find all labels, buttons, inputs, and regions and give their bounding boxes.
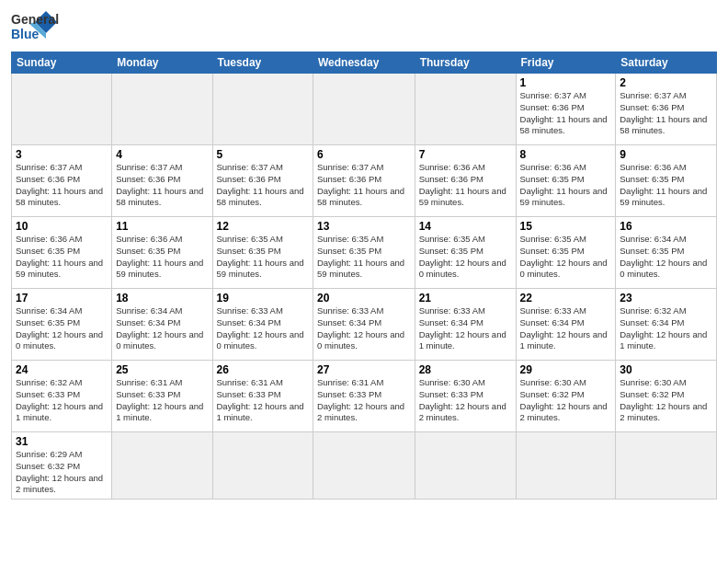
- day-number: 28: [419, 363, 512, 376]
- calendar-cell: 17Sunrise: 6:34 AMSunset: 6:35 PMDayligh…: [12, 289, 112, 361]
- calendar-cell: 22Sunrise: 6:33 AMSunset: 6:34 PMDayligh…: [516, 289, 616, 361]
- col-monday: Monday: [112, 52, 212, 74]
- calendar-cell: [616, 432, 717, 500]
- day-number: 2: [620, 76, 712, 89]
- day-info: Sunrise: 6:32 AMSunset: 6:33 PMDaylight:…: [16, 377, 108, 424]
- calendar-cell: [12, 74, 112, 145]
- day-info: Sunrise: 6:30 AMSunset: 6:32 PMDaylight:…: [520, 377, 612, 424]
- svg-text:General: General: [11, 12, 59, 27]
- calendar-week-row: 3Sunrise: 6:37 AMSunset: 6:36 PMDaylight…: [12, 145, 717, 217]
- day-number: 22: [520, 292, 612, 304]
- header: GeneralBlue: [11, 9, 717, 46]
- calendar-cell: 10Sunrise: 6:36 AMSunset: 6:35 PMDayligh…: [12, 217, 112, 289]
- calendar-cell: 26Sunrise: 6:31 AMSunset: 6:33 PMDayligh…: [212, 361, 313, 432]
- day-number: 27: [317, 363, 411, 376]
- day-number: 17: [16, 292, 108, 304]
- day-info: Sunrise: 6:34 AMSunset: 6:34 PMDaylight:…: [116, 305, 208, 352]
- calendar-cell: 28Sunrise: 6:30 AMSunset: 6:33 PMDayligh…: [415, 361, 516, 432]
- day-info: Sunrise: 6:33 AMSunset: 6:34 PMDaylight:…: [419, 305, 512, 352]
- day-number: 19: [217, 292, 309, 304]
- col-sunday: Sunday: [12, 52, 112, 74]
- day-number: 11: [116, 220, 208, 233]
- calendar-table: Sunday Monday Tuesday Wednesday Thursday…: [11, 52, 717, 500]
- calendar-cell: [415, 74, 516, 145]
- day-info: Sunrise: 6:34 AMSunset: 6:35 PMDaylight:…: [620, 234, 712, 281]
- day-info: Sunrise: 6:36 AMSunset: 6:35 PMDaylight:…: [16, 234, 108, 281]
- calendar-cell: 27Sunrise: 6:31 AMSunset: 6:33 PMDayligh…: [313, 361, 415, 432]
- day-info: Sunrise: 6:33 AMSunset: 6:34 PMDaylight:…: [317, 305, 411, 352]
- calendar-header-row: Sunday Monday Tuesday Wednesday Thursday…: [12, 52, 717, 74]
- calendar-cell: 24Sunrise: 6:32 AMSunset: 6:33 PMDayligh…: [12, 361, 112, 432]
- day-info: Sunrise: 6:37 AMSunset: 6:36 PMDaylight:…: [620, 90, 712, 137]
- day-info: Sunrise: 6:33 AMSunset: 6:34 PMDaylight:…: [217, 305, 309, 352]
- day-info: Sunrise: 6:35 AMSunset: 6:35 PMDaylight:…: [217, 234, 309, 281]
- day-number: 13: [317, 220, 411, 233]
- day-number: 30: [620, 363, 712, 376]
- calendar-cell: 20Sunrise: 6:33 AMSunset: 6:34 PMDayligh…: [313, 289, 415, 361]
- day-info: Sunrise: 6:36 AMSunset: 6:36 PMDaylight:…: [419, 162, 512, 209]
- calendar-cell: [112, 74, 212, 145]
- day-info: Sunrise: 6:37 AMSunset: 6:36 PMDaylight:…: [520, 90, 612, 137]
- day-number: 14: [419, 220, 512, 233]
- calendar-cell: 6Sunrise: 6:37 AMSunset: 6:36 PMDaylight…: [313, 145, 415, 217]
- calendar-cell: 16Sunrise: 6:34 AMSunset: 6:35 PMDayligh…: [616, 217, 717, 289]
- calendar-cell: 21Sunrise: 6:33 AMSunset: 6:34 PMDayligh…: [415, 289, 516, 361]
- calendar-cell: 9Sunrise: 6:36 AMSunset: 6:35 PMDaylight…: [616, 145, 717, 217]
- day-number: 21: [419, 292, 512, 304]
- calendar-cell: 1Sunrise: 6:37 AMSunset: 6:36 PMDaylight…: [516, 74, 616, 145]
- calendar-cell: 13Sunrise: 6:35 AMSunset: 6:35 PMDayligh…: [313, 217, 415, 289]
- day-number: 5: [217, 148, 309, 161]
- calendar-cell: 31Sunrise: 6:29 AMSunset: 6:32 PMDayligh…: [12, 432, 112, 500]
- day-number: 31: [16, 435, 108, 448]
- day-info: Sunrise: 6:31 AMSunset: 6:33 PMDaylight:…: [217, 377, 309, 424]
- day-number: 3: [16, 148, 108, 161]
- day-number: 23: [620, 292, 712, 304]
- calendar-cell: [212, 74, 313, 145]
- calendar-cell: 30Sunrise: 6:30 AMSunset: 6:32 PMDayligh…: [616, 361, 717, 432]
- day-info: Sunrise: 6:35 AMSunset: 6:35 PMDaylight:…: [520, 234, 612, 281]
- day-info: Sunrise: 6:36 AMSunset: 6:35 PMDaylight:…: [620, 162, 712, 209]
- calendar-week-row: 24Sunrise: 6:32 AMSunset: 6:33 PMDayligh…: [12, 361, 717, 432]
- day-info: Sunrise: 6:37 AMSunset: 6:36 PMDaylight:…: [317, 162, 411, 209]
- day-info: Sunrise: 6:34 AMSunset: 6:35 PMDaylight:…: [16, 305, 108, 352]
- col-friday: Friday: [516, 52, 616, 74]
- day-number: 24: [16, 363, 108, 376]
- col-tuesday: Tuesday: [212, 52, 313, 74]
- calendar-week-row: 31Sunrise: 6:29 AMSunset: 6:32 PMDayligh…: [12, 432, 717, 500]
- day-info: Sunrise: 6:37 AMSunset: 6:36 PMDaylight:…: [16, 162, 108, 209]
- calendar-week-row: 10Sunrise: 6:36 AMSunset: 6:35 PMDayligh…: [12, 217, 717, 289]
- calendar-cell: 15Sunrise: 6:35 AMSunset: 6:35 PMDayligh…: [516, 217, 616, 289]
- day-number: 1: [520, 76, 612, 89]
- calendar-cell: 18Sunrise: 6:34 AMSunset: 6:34 PMDayligh…: [112, 289, 212, 361]
- day-number: 26: [217, 363, 309, 376]
- logo: GeneralBlue: [11, 9, 62, 46]
- day-info: Sunrise: 6:35 AMSunset: 6:35 PMDaylight:…: [419, 234, 512, 281]
- day-info: Sunrise: 6:37 AMSunset: 6:36 PMDaylight:…: [217, 162, 309, 209]
- generalblue-logo-icon: GeneralBlue: [11, 9, 62, 46]
- day-info: Sunrise: 6:29 AMSunset: 6:32 PMDaylight:…: [16, 449, 108, 496]
- col-saturday: Saturday: [616, 52, 717, 74]
- day-info: Sunrise: 6:30 AMSunset: 6:33 PMDaylight:…: [419, 377, 512, 424]
- calendar-week-row: 1Sunrise: 6:37 AMSunset: 6:36 PMDaylight…: [12, 74, 717, 145]
- day-number: 25: [116, 363, 208, 376]
- calendar-cell: 11Sunrise: 6:36 AMSunset: 6:35 PMDayligh…: [112, 217, 212, 289]
- calendar-cell: 8Sunrise: 6:36 AMSunset: 6:35 PMDaylight…: [516, 145, 616, 217]
- calendar-cell: 19Sunrise: 6:33 AMSunset: 6:34 PMDayligh…: [212, 289, 313, 361]
- calendar-week-row: 17Sunrise: 6:34 AMSunset: 6:35 PMDayligh…: [12, 289, 717, 361]
- col-wednesday: Wednesday: [313, 52, 415, 74]
- day-info: Sunrise: 6:37 AMSunset: 6:36 PMDaylight:…: [116, 162, 208, 209]
- day-info: Sunrise: 6:36 AMSunset: 6:35 PMDaylight:…: [520, 162, 612, 209]
- calendar-cell: 2Sunrise: 6:37 AMSunset: 6:36 PMDaylight…: [616, 74, 717, 145]
- day-number: 18: [116, 292, 208, 304]
- calendar-cell: [516, 432, 616, 500]
- calendar-cell: 12Sunrise: 6:35 AMSunset: 6:35 PMDayligh…: [212, 217, 313, 289]
- calendar-cell: 4Sunrise: 6:37 AMSunset: 6:36 PMDaylight…: [112, 145, 212, 217]
- calendar-cell: 5Sunrise: 6:37 AMSunset: 6:36 PMDaylight…: [212, 145, 313, 217]
- day-number: 9: [620, 148, 712, 161]
- calendar-cell: [415, 432, 516, 500]
- calendar-cell: 23Sunrise: 6:32 AMSunset: 6:34 PMDayligh…: [616, 289, 717, 361]
- day-info: Sunrise: 6:30 AMSunset: 6:32 PMDaylight:…: [620, 377, 712, 424]
- day-info: Sunrise: 6:32 AMSunset: 6:34 PMDaylight:…: [620, 305, 712, 352]
- day-number: 15: [520, 220, 612, 233]
- calendar-cell: [112, 432, 212, 500]
